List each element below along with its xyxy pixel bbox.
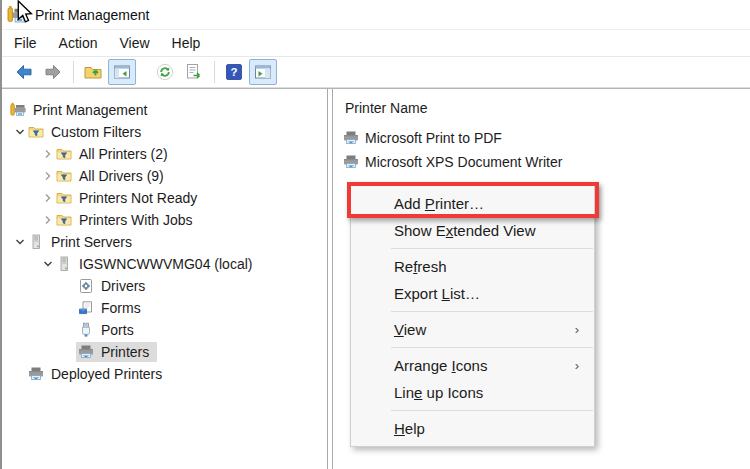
forward-button[interactable] [39, 59, 67, 85]
chevron-down-icon[interactable] [12, 237, 28, 247]
printer-icon [343, 130, 360, 146]
print-management-app-icon [7, 5, 27, 25]
chevron-down-icon[interactable] [12, 127, 28, 137]
title-bar: Print Management [2, 0, 750, 30]
refresh-icon [156, 63, 174, 81]
chevron-right-icon[interactable] [40, 193, 56, 203]
chevron-right-icon[interactable] [40, 149, 56, 159]
tree-item-print-management[interactable]: Print Management [2, 99, 327, 121]
help-button[interactable]: ? [220, 59, 248, 85]
tree-item-drivers[interactable]: Drivers [2, 275, 327, 297]
folder-up-icon [84, 63, 102, 81]
tree-item-all-drivers[interactable]: All Drivers (9) [2, 165, 327, 187]
chevron-right-icon[interactable] [40, 171, 56, 181]
tree-item-printers-not-ready[interactable]: Printers Not Ready [2, 187, 327, 209]
context-menu-item-show-extended-view[interactable]: Show Extended View [351, 217, 594, 244]
filter-folder-icon [56, 146, 73, 162]
context-menu-item-export-list[interactable]: Export List… [351, 280, 594, 307]
menu-separator [391, 347, 593, 348]
submenu-arrow-icon: › [575, 352, 579, 379]
usb-port-icon [78, 322, 95, 338]
menu-file[interactable]: File [3, 35, 48, 51]
export-list-button[interactable] [180, 59, 208, 85]
tree-item-forms[interactable]: Forms [2, 297, 327, 319]
tree-item-label: Printers [101, 344, 149, 360]
tree-item-ports[interactable]: Ports [2, 319, 327, 341]
menu-bar: File Action View Help [2, 30, 750, 57]
printer-icon [78, 344, 95, 360]
context-menu-item-add-printer[interactable]: Add Printer… [351, 190, 594, 217]
menu-separator [391, 311, 593, 312]
filter-folder-icon [56, 190, 73, 206]
tree-item-printers[interactable]: Printers [2, 341, 327, 363]
printer-icon [343, 154, 360, 170]
chevron-right-icon[interactable] [40, 215, 56, 225]
context-menu-item-line-up-icons[interactable]: Line up Icons [351, 379, 594, 406]
show-action-pane-button[interactable] [249, 59, 277, 85]
tree-item-label: IGSWNCWWVMG04 (local) [79, 256, 252, 272]
tree-item-label: All Printers (2) [79, 146, 168, 162]
show-console-tree-button[interactable] [108, 59, 136, 85]
back-arrow-icon [15, 63, 33, 81]
context-menu: Add Printer… Show Extended View Refresh … [350, 183, 595, 447]
menu-separator [391, 248, 593, 249]
tree-item-label: All Drivers (9) [79, 168, 164, 184]
filter-folder-icon [56, 212, 73, 228]
forward-arrow-icon [44, 63, 62, 81]
context-menu-item-arrange-icons[interactable]: Arrange Icons › [351, 352, 594, 379]
back-button[interactable] [10, 59, 38, 85]
tree-item-label: Drivers [101, 278, 145, 294]
tree-item-label: Deployed Printers [51, 366, 162, 382]
filter-folder-icon [28, 124, 45, 140]
context-menu-item-refresh[interactable]: Refresh [351, 253, 594, 280]
menu-view[interactable]: View [108, 35, 160, 51]
up-one-level-button[interactable] [79, 59, 107, 85]
submenu-arrow-icon: › [575, 316, 579, 343]
forms-icon [78, 300, 95, 316]
tree-item-label: Custom Filters [51, 124, 141, 140]
list-item-label: Microsoft Print to PDF [365, 130, 502, 146]
list-item-print-to-pdf[interactable]: Microsoft Print to PDF [343, 126, 750, 150]
tree-item-custom-filters[interactable]: Custom Filters [2, 121, 327, 143]
column-header-printer-name[interactable]: Printer Name [343, 100, 750, 122]
svg-text:?: ? [230, 66, 237, 78]
menu-help[interactable]: Help [161, 35, 212, 51]
tree-item-label: Forms [101, 300, 141, 316]
toolbar-separator [73, 61, 74, 83]
tree-item-print-servers[interactable]: Print Servers [2, 231, 327, 253]
list-item-label: Microsoft XPS Document Writer [365, 154, 562, 170]
window-title: Print Management [35, 7, 149, 23]
server-icon [56, 256, 73, 272]
filter-folder-icon [56, 168, 73, 184]
context-menu-item-view[interactable]: View › [351, 316, 594, 343]
tree-item-label: Printers Not Ready [79, 190, 197, 206]
menu-separator [391, 410, 593, 411]
print-management-icon [10, 102, 27, 118]
help-icon: ? [225, 63, 243, 81]
printer-icon [28, 366, 45, 382]
tree-item-deployed-printers[interactable]: Deployed Printers [2, 363, 327, 385]
tree-item-all-printers[interactable]: All Printers (2) [2, 143, 327, 165]
export-list-icon [185, 63, 203, 81]
tree-item-label: Print Servers [51, 234, 132, 250]
console-tree-icon [113, 63, 131, 81]
tree-item-printers-with-jobs[interactable]: Printers With Jobs [2, 209, 327, 231]
menu-action[interactable]: Action [48, 35, 109, 51]
list-item-xps-writer[interactable]: Microsoft XPS Document Writer [343, 150, 750, 174]
console-tree-pane: Print Management Custom Filters All Prin… [2, 89, 328, 469]
chevron-down-icon[interactable] [40, 259, 56, 269]
refresh-button[interactable] [151, 59, 179, 85]
tree-item-label: Print Management [33, 102, 147, 118]
tree-item-label: Printers With Jobs [79, 212, 193, 228]
tree-item-label: Ports [101, 322, 134, 338]
toolbar: ? [2, 57, 750, 88]
selected-highlight: Printers [76, 342, 157, 362]
action-pane-icon [254, 63, 272, 81]
toolbar-separator [214, 61, 215, 83]
driver-page-icon [78, 278, 95, 294]
server-icon [28, 234, 45, 250]
tree-item-local-server[interactable]: IGSWNCWWVMG04 (local) [2, 253, 327, 275]
context-menu-item-help[interactable]: Help [351, 415, 594, 442]
print-management-window: Print Management File Action View Help [0, 0, 750, 469]
